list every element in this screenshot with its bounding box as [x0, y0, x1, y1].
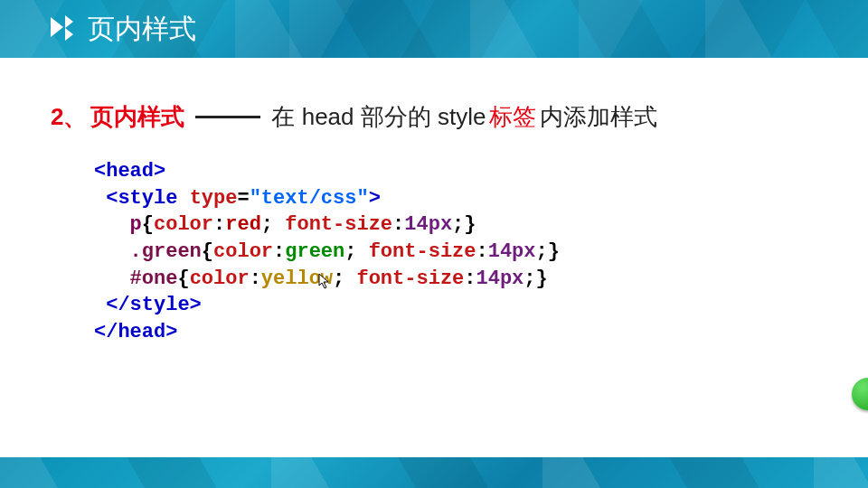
heading-text-post: 内添加样式: [540, 101, 657, 133]
heading-kw-red: 标签: [489, 101, 536, 133]
play-icon: [51, 17, 73, 41]
code-attr-val: "text/css": [250, 187, 369, 210]
section-heading: 2、 页内样式 在 head 部分的 style 标签 内添加样式: [51, 101, 817, 133]
code-block: <head> <style type="text/css"> p{color:r…: [94, 158, 817, 346]
header-title: 页内样式: [88, 11, 196, 48]
code-tag-style-open: <style: [106, 187, 177, 210]
heading-text-pre: 在 head 部分的 style: [271, 101, 486, 133]
slide-content: 2、 页内样式 在 head 部分的 style 标签 内添加样式 <head>…: [0, 58, 868, 346]
code-attr-name: type: [190, 187, 238, 210]
code-tag-head-close: </head>: [94, 321, 177, 343]
code-eq: =: [237, 187, 249, 210]
slide-header: 页内样式: [0, 0, 868, 58]
heading-number: 2、: [51, 101, 87, 133]
badge-icon: [852, 378, 868, 410]
code-angle-close: >: [369, 187, 381, 210]
heading-keyword: 页内样式: [90, 101, 184, 133]
code-tag-style-close: </style>: [106, 294, 202, 316]
cursor-icon: [318, 273, 331, 289]
code-sel-p: p: [130, 213, 142, 236]
heading-dash: [195, 116, 260, 118]
code-sel-green: .green: [130, 240, 202, 263]
slide-footer: [0, 457, 868, 488]
code-sel-one: #one: [130, 267, 178, 290]
code-tag-head-open: <head>: [94, 160, 165, 183]
